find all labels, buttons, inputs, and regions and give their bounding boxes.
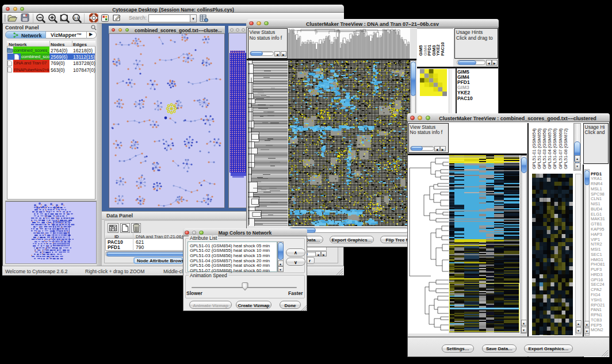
svg-text:1:1: 1:1 [74, 16, 79, 20]
